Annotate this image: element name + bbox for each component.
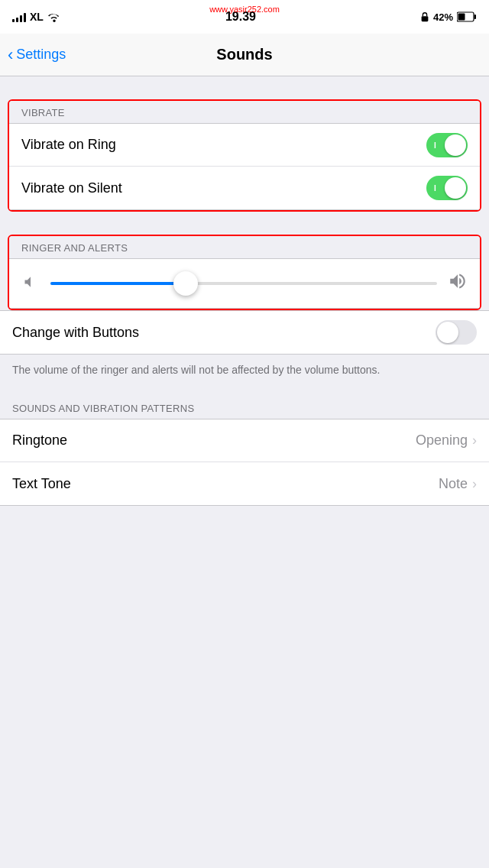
battery-icon (457, 11, 477, 22)
toggle-knob-2 (445, 177, 466, 199)
volume-high-icon (448, 271, 468, 296)
toggle-knob (445, 134, 466, 156)
vibrate-on-ring-toggle[interactable]: I (426, 133, 468, 157)
ringer-card-group (9, 258, 480, 309)
text-tone-chevron-icon: › (472, 476, 477, 492)
change-with-buttons-label: Change with Buttons (12, 325, 139, 341)
ringer-section-wrapper: RINGER AND ALERTS (8, 235, 481, 310)
vibrate-on-silent-label: Vibrate on Silent (21, 180, 122, 196)
watermark: www.yasir252.com (209, 5, 280, 14)
toggle-on-text-2: I (434, 184, 436, 193)
back-button[interactable]: ‹ Settings (8, 45, 66, 65)
signal-bars (12, 11, 26, 22)
toggle-knob-3 (437, 322, 458, 343)
sounds-patterns-header: SOUNDS AND VIBRATION PATTERNS (0, 397, 489, 419)
page-title: Sounds (216, 46, 272, 63)
ringtone-chevron-icon: › (472, 432, 477, 449)
sounds-patterns-group: Ringtone Opening › Text Tone Note › (0, 419, 489, 506)
text-tone-label: Text Tone (12, 476, 71, 492)
text-tone-row[interactable]: Text Tone Note › (0, 462, 489, 505)
vibrate-on-silent-row: Vibrate on Silent I (9, 167, 480, 209)
nav-bar: ‹ Settings Sounds (0, 34, 489, 76)
toggle-on-text: I (434, 141, 436, 149)
volume-slider-track[interactable] (50, 282, 437, 285)
carrier-label: XL (30, 11, 44, 23)
text-tone-value-group: Note › (439, 476, 477, 492)
status-left: XL (12, 11, 61, 23)
ringtone-value-group: Opening › (416, 432, 477, 449)
slider-thumb[interactable] (173, 271, 198, 296)
vibrate-section-header: VIBRATE (9, 101, 480, 123)
svg-rect-2 (474, 15, 477, 19)
vibrate-on-silent-toggle[interactable]: I (426, 176, 468, 200)
back-label: Settings (16, 47, 66, 63)
signal-bar-1 (12, 19, 15, 22)
volume-low-icon (21, 274, 40, 293)
change-with-buttons-toggle[interactable] (436, 320, 477, 345)
ringtone-label: Ringtone (12, 432, 67, 449)
vibrate-on-ring-label: Vibrate on Ring (21, 137, 116, 153)
ringer-section-header: RINGER AND ALERTS (9, 236, 480, 258)
signal-bar-2 (16, 18, 18, 22)
svg-rect-0 (422, 16, 429, 21)
mid-gap (0, 212, 489, 235)
status-right: 42% (420, 11, 477, 23)
change-buttons-group: Change with Buttons (0, 310, 489, 355)
text-tone-value: Note (439, 476, 468, 492)
vibrate-section-wrapper: VIBRATE Vibrate on Ring I Vibrate on Sil… (8, 99, 481, 212)
small-gap (0, 390, 489, 397)
svg-rect-3 (458, 14, 465, 21)
volume-slider-row (9, 259, 480, 308)
top-gap (0, 76, 489, 99)
ringtone-value: Opening (416, 432, 468, 449)
battery-percent: 42% (433, 11, 453, 23)
change-with-buttons-row: Change with Buttons (0, 311, 489, 354)
lock-icon (420, 11, 429, 22)
vibrate-on-ring-row: Vibrate on Ring I (9, 124, 480, 167)
wifi-icon (47, 11, 61, 22)
status-bar: XL 19.39 42% www.yasir252.com (0, 0, 489, 34)
back-chevron-icon: ‹ (8, 45, 13, 65)
vibrate-card-group: Vibrate on Ring I Vibrate on Silent I (9, 123, 480, 210)
signal-bar-3 (20, 15, 22, 22)
volume-description: The volume of the ringer and alerts will… (0, 355, 489, 390)
ringtone-row[interactable]: Ringtone Opening › (0, 419, 489, 462)
signal-bar-4 (24, 13, 26, 22)
slider-track-fill (50, 282, 186, 285)
